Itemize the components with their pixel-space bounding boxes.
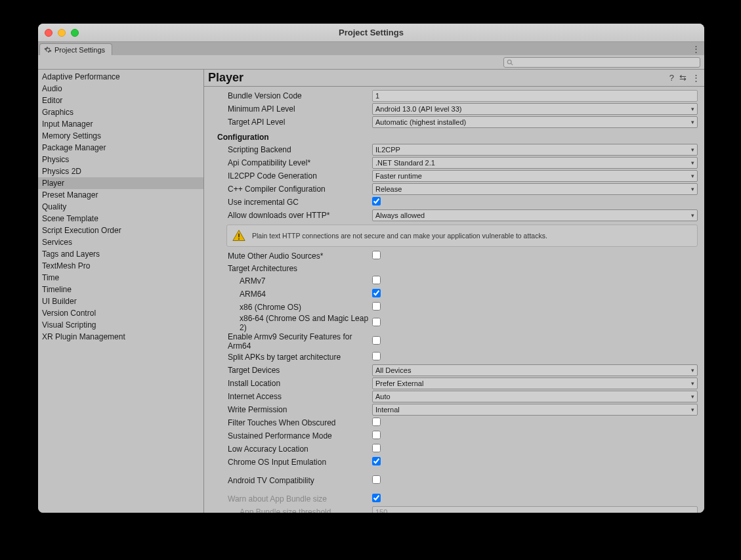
checkbox-warn-bundle[interactable] <box>372 494 381 502</box>
checkbox-mute-audio[interactable] <box>372 251 381 259</box>
section-configuration: Configuration <box>215 129 698 143</box>
panel-header: Player ? ⇆ ⋮ <box>204 70 704 87</box>
checkbox-armv9[interactable] <box>372 336 381 345</box>
label-http: Allow downloads over HTTP* <box>215 211 372 220</box>
label-min-api: Minimum API Level <box>215 104 372 114</box>
main-panel: Player ? ⇆ ⋮ Bundle Version Code Minimum… <box>204 70 704 513</box>
tab-label: Project Settings <box>54 46 105 54</box>
search-input[interactable] <box>516 58 697 66</box>
sidebar-item-timeline[interactable]: Timeline <box>38 284 203 295</box>
sidebar-item-xr-plugin-management[interactable]: XR Plugin Management <box>38 331 203 343</box>
sidebar-item-tags-and-layers[interactable]: Tags and Layers <box>38 248 203 260</box>
presets-icon[interactable]: ⇆ <box>679 73 687 83</box>
chevron-down-icon: ▾ <box>691 212 694 219</box>
label-il2cpp-codegen: IL2CPP Code Generation <box>215 171 372 181</box>
label-incremental-gc: Use incremental GC <box>215 198 372 207</box>
label-arm64: ARM64 <box>215 290 372 299</box>
sidebar-item-memory-settings[interactable]: Memory Settings <box>38 130 203 142</box>
chevron-down-icon: ▾ <box>691 160 694 166</box>
label-install-location: Install Location <box>215 379 372 388</box>
search-field[interactable] <box>503 57 700 68</box>
sidebar-item-physics[interactable]: Physics <box>38 154 203 165</box>
dropdown-internet-access[interactable]: Auto▾ <box>372 391 698 402</box>
dropdown-api-compat[interactable]: .NET Standard 2.1▾ <box>372 157 698 169</box>
checkbox-split-apks[interactable] <box>372 352 381 360</box>
sidebar-item-audio[interactable]: Audio <box>38 83 203 95</box>
sidebar-item-player[interactable]: Player <box>38 177 203 189</box>
sidebar-item-time[interactable]: Time <box>38 272 203 284</box>
sidebar-item-script-execution-order[interactable]: Script Execution Order <box>38 225 203 236</box>
checkbox-android-tv[interactable] <box>372 475 381 484</box>
dropdown-cpp-compiler[interactable]: Release▾ <box>372 183 698 195</box>
dropdown-target-devices[interactable]: All Devices▾ <box>372 364 698 376</box>
sidebar-item-preset-manager[interactable]: Preset Manager <box>38 189 203 201</box>
dropdown-install-location[interactable]: Prefer External▾ <box>372 377 698 389</box>
body: Adaptive PerformanceAudioEditorGraphicsI… <box>38 70 704 513</box>
label-low-accuracy: Low Accuracy Location <box>215 444 372 454</box>
label-api-compat: Api Compatibility Level* <box>215 158 372 167</box>
titlebar: Project Settings <box>38 24 704 42</box>
sidebar[interactable]: Adaptive PerformanceAudioEditorGraphicsI… <box>38 70 204 513</box>
label-android-tv: Android TV Compatibility <box>215 476 372 485</box>
dropdown-il2cpp-codegen[interactable]: Faster runtime▾ <box>372 170 698 182</box>
checkbox-filter-touches[interactable] <box>372 418 381 426</box>
svg-rect-2 <box>238 234 240 238</box>
dropdown-min-api[interactable]: Android 13.0 (API level 33)▾ <box>372 103 698 115</box>
sidebar-item-input-manager[interactable]: Input Manager <box>38 118 203 130</box>
help-icon[interactable]: ? <box>669 73 674 83</box>
chevron-down-icon: ▾ <box>691 380 694 387</box>
zoom-button[interactable] <box>71 29 79 37</box>
label-cpp-compiler: C++ Compiler Configuration <box>215 184 372 194</box>
panel-menu-icon[interactable]: ⋮ <box>692 73 700 83</box>
search-icon <box>507 59 513 66</box>
label-mute-audio: Mute Other Audio Sources* <box>215 251 372 261</box>
chevron-down-icon: ▾ <box>691 146 694 153</box>
svg-line-1 <box>511 63 513 65</box>
panel-title: Player <box>208 71 243 85</box>
label-target-architectures: Target Architectures <box>215 263 698 274</box>
chevron-down-icon: ▾ <box>691 406 694 413</box>
chevron-down-icon: ▾ <box>691 393 694 400</box>
sidebar-item-visual-scripting[interactable]: Visual Scripting <box>38 319 203 331</box>
checkbox-low-accuracy[interactable] <box>372 444 381 452</box>
window-title: Project Settings <box>38 28 704 37</box>
sidebar-item-editor[interactable]: Editor <box>38 95 203 106</box>
input-bundle-threshold[interactable] <box>372 506 698 513</box>
project-settings-window: Project Settings Project Settings ⋮ Adap… <box>38 24 704 513</box>
checkbox-x86[interactable] <box>372 302 381 311</box>
dropdown-target-api[interactable]: Automatic (highest installed)▾ <box>372 116 698 128</box>
checkbox-armv7[interactable] <box>372 276 381 284</box>
content-scroll[interactable]: Bundle Version Code Minimum API Level An… <box>204 87 704 513</box>
sidebar-item-adaptive-performance[interactable]: Adaptive Performance <box>38 71 203 83</box>
http-warning-box: Plain text HTTP connections are not secu… <box>226 225 698 247</box>
tab-project-settings[interactable]: Project Settings <box>39 43 112 55</box>
sidebar-item-textmesh-pro[interactable]: TextMesh Pro <box>38 260 203 272</box>
sidebar-item-scene-template[interactable]: Scene Template <box>38 213 203 225</box>
traffic-lights <box>45 29 79 37</box>
checkbox-incremental-gc[interactable] <box>372 197 381 205</box>
tab-menu-icon[interactable]: ⋮ <box>692 44 700 54</box>
label-split-apks: Split APKs by target architecture <box>215 353 372 362</box>
label-armv9: Enable Armv9 Security Features for Arm64 <box>215 332 372 351</box>
dropdown-write-permission[interactable]: Internal▾ <box>372 404 698 416</box>
dropdown-http[interactable]: Always allowed▾ <box>372 209 698 221</box>
sidebar-item-version-control[interactable]: Version Control <box>38 307 203 319</box>
sidebar-item-graphics[interactable]: Graphics <box>38 106 203 118</box>
dropdown-scripting-backend[interactable]: IL2CPP▾ <box>372 144 698 156</box>
label-x8664: x86-64 (Chrome OS and Magic Leap 2) <box>215 314 372 332</box>
checkbox-x8664[interactable] <box>372 318 381 326</box>
checkbox-chrome-input[interactable] <box>372 457 381 465</box>
chevron-down-icon: ▾ <box>691 186 694 192</box>
sidebar-item-package-manager[interactable]: Package Manager <box>38 142 203 154</box>
sidebar-item-ui-builder[interactable]: UI Builder <box>38 295 203 307</box>
input-bundle-version-code[interactable] <box>372 90 698 102</box>
sidebar-item-quality[interactable]: Quality <box>38 201 203 213</box>
sidebar-item-services[interactable]: Services <box>38 236 203 248</box>
minimize-button[interactable] <box>58 29 66 37</box>
label-filter-touches: Filter Touches When Obscured <box>215 418 372 427</box>
sidebar-item-physics-2d[interactable]: Physics 2D <box>38 165 203 177</box>
svg-rect-3 <box>238 238 240 240</box>
checkbox-arm64[interactable] <box>372 289 381 297</box>
checkbox-sustained-perf[interactable] <box>372 431 381 439</box>
close-button[interactable] <box>45 29 53 37</box>
